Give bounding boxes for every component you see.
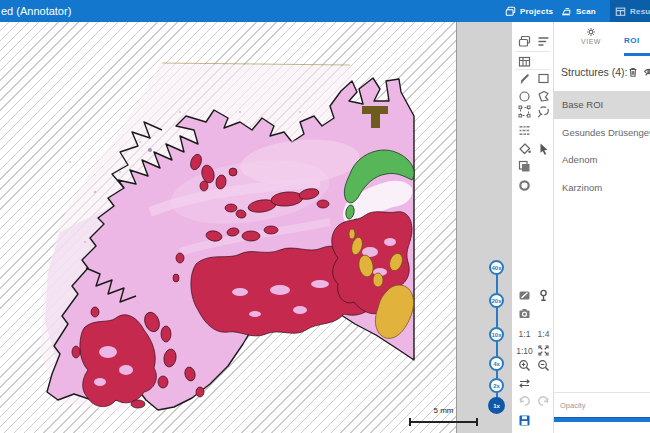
ratio-1-10-label: 1:10 (516, 346, 533, 356)
redo-icon[interactable] (535, 392, 552, 409)
structures-list: Base ROI Gesundes Drüsengewebe Adenom Ka… (554, 91, 650, 201)
zoom-level-40x[interactable]: 40x (489, 260, 504, 275)
pin-icon[interactable] (535, 287, 552, 304)
app-title: ed (Annotator) (1, 0, 71, 22)
swap-icon[interactable] (516, 375, 533, 392)
main-content: 5 mm 40x 20x 10x 4x 2x 1x (0, 22, 650, 433)
annotation-icon[interactable] (516, 287, 533, 304)
active-tab-indicator (624, 53, 650, 56)
results-icon (615, 6, 626, 17)
copy-icon[interactable] (516, 158, 533, 175)
gear-icon (571, 27, 611, 37)
tool-strip: 1:1 1:4 1:10 (512, 22, 553, 433)
tab-view-label: VIEW (571, 38, 611, 45)
hide-all-icon[interactable] (642, 64, 650, 79)
rectangle-icon[interactable] (535, 70, 552, 87)
camera-icon[interactable] (516, 305, 533, 322)
pixel-select-icon[interactable] (516, 122, 533, 139)
pen-icon[interactable] (516, 70, 533, 87)
results-button[interactable]: Results (610, 0, 650, 22)
structure-item-gesundes-druesengewebe[interactable]: Gesundes Drüsengewebe (554, 119, 650, 147)
zoom-level-1x[interactable]: 1x (488, 397, 505, 414)
projects-icon (505, 6, 516, 17)
scale-bar-label: 5 mm (409, 406, 478, 416)
right-panel: VIEW ROI Structures (4): Base ROI Gesund… (553, 22, 650, 433)
ellipse-icon[interactable] (516, 177, 533, 194)
ratio-1-1-button[interactable]: 1:1 (516, 325, 533, 342)
zoom-level-2x[interactable]: 2x (489, 378, 504, 393)
table-icon[interactable] (516, 53, 533, 70)
lasso-icon[interactable] (535, 103, 552, 120)
slide-annotation-svg[interactable] (0, 22, 456, 433)
scan-label: Scan (576, 7, 596, 16)
tab-view[interactable]: VIEW (571, 27, 611, 45)
toolbar-separator (515, 51, 550, 52)
structure-item-base-roi[interactable]: Base ROI (554, 91, 650, 119)
trash-icon[interactable] (625, 64, 640, 79)
zoom-strip: 40x 20x 10x 4x 2x 1x (457, 22, 512, 433)
sort-icon[interactable] (535, 33, 552, 50)
top-bar: ed (Annotator) Projects Scan Results (0, 0, 650, 22)
structure-item-karzinom[interactable]: Karzinom (554, 174, 650, 202)
projects-label: Projects (520, 7, 553, 16)
scale-bar: 5 mm (409, 406, 478, 426)
zoom-out-icon[interactable] (535, 357, 552, 374)
projects-button[interactable]: Projects (505, 0, 553, 22)
structure-item-adenom[interactable]: Adenom (554, 146, 650, 174)
scan-icon (560, 6, 572, 17)
tab-roi-label: ROI (624, 36, 640, 45)
zoom-level-4x[interactable]: 4x (489, 356, 504, 371)
tab-roi[interactable]: ROI (624, 36, 650, 45)
structures-header: Structures (4): (561, 66, 628, 78)
zoom-in-icon[interactable] (516, 357, 533, 374)
zoom-level-20x[interactable]: 20x (489, 293, 504, 308)
images-icon[interactable] (516, 33, 533, 50)
slide-canvas[interactable]: 5 mm (0, 22, 457, 433)
zoom-level-10x[interactable]: 10x (489, 327, 504, 342)
ratio-1-1-label: 1:1 (519, 329, 531, 339)
cursor-icon[interactable] (535, 140, 552, 157)
opacity-slider[interactable] (554, 417, 650, 422)
scan-button[interactable]: Scan (560, 0, 596, 22)
ratio-1-4-label: 1:4 (538, 329, 550, 339)
opacity-label: Opacity (560, 401, 650, 410)
results-label: Results (630, 7, 650, 16)
ratio-1-4-button[interactable]: 1:4 (535, 325, 552, 342)
scale-bar-line (409, 418, 478, 426)
undo-icon[interactable] (516, 392, 533, 409)
transform-icon[interactable] (516, 103, 533, 120)
fill-icon[interactable] (516, 140, 533, 157)
save-icon[interactable] (516, 412, 533, 429)
opacity-section: Opacity (554, 392, 650, 410)
